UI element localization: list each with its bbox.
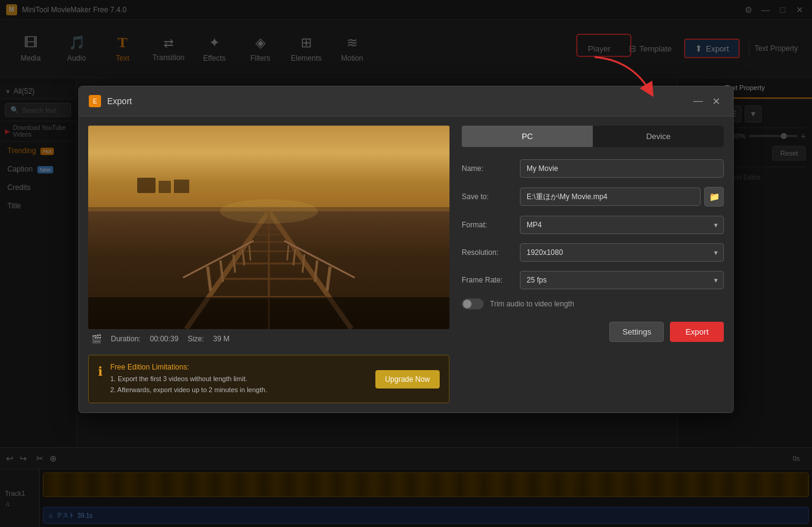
name-label: Name: bbox=[462, 164, 520, 173]
trim-audio-row: Trim audio to video length bbox=[462, 298, 724, 309]
export-dialog: E Export — ✕ bbox=[78, 86, 734, 413]
svg-line-11 bbox=[208, 267, 211, 291]
duration-value: 00:00:39 bbox=[150, 335, 179, 343]
resolution-select[interactable]: 1920x1080 1280x720 854x480 bbox=[520, 243, 724, 262]
svg-rect-23 bbox=[137, 178, 156, 193]
toggle-knob bbox=[463, 300, 472, 308]
limitations-box: ℹ Free Edition Limitations: 1. Export th… bbox=[88, 355, 449, 403]
name-input[interactable] bbox=[520, 159, 724, 178]
limitations-title: Free Edition Limitations: bbox=[110, 363, 362, 371]
save-to-input[interactable] bbox=[520, 188, 701, 206]
svg-line-16 bbox=[327, 267, 330, 291]
preview-info-bar: 🎬 Duration: 00:00:39 Size: 39 M bbox=[88, 329, 449, 349]
export-main-button[interactable]: Export bbox=[670, 322, 724, 342]
pc-tab[interactable]: PC bbox=[462, 126, 593, 147]
dialog-footer: Settings Export bbox=[462, 322, 724, 342]
dialog-preview-panel: 🎬 Duration: 00:00:39 Size: 39 M ℹ Free E… bbox=[88, 126, 449, 403]
dialog-close-btn[interactable]: ✕ bbox=[709, 94, 723, 108]
format-select-wrap: MP4 MOV AVI WMV ▼ bbox=[520, 216, 724, 234]
save-to-label: Save to: bbox=[462, 192, 520, 201]
dialog-header: E Export — ✕ bbox=[79, 86, 733, 116]
pier-svg bbox=[88, 126, 449, 329]
dialog-settings-panel: PC Device Name: Save to: 📁 Format: MP4 bbox=[462, 126, 724, 403]
settings-button[interactable]: Settings bbox=[609, 322, 664, 342]
resolution-select-wrap: 1920x1080 1280x720 854x480 ▼ bbox=[520, 243, 724, 262]
dialog-title-label: Export bbox=[107, 96, 691, 106]
limitations-text: Free Edition Limitations: 1. Export the … bbox=[110, 363, 362, 395]
svg-rect-26 bbox=[88, 297, 449, 329]
svg-point-27 bbox=[220, 199, 318, 224]
preview-image bbox=[88, 126, 449, 329]
upgrade-now-button[interactable]: Upgrade Now bbox=[375, 370, 440, 389]
resolution-label: Resolution: bbox=[462, 248, 520, 257]
trim-audio-toggle[interactable] bbox=[462, 298, 484, 309]
svg-line-15 bbox=[249, 245, 250, 260]
dialog-icon: E bbox=[89, 95, 101, 107]
resolution-row: Resolution: 1920x1080 1280x720 854x480 ▼ bbox=[462, 243, 724, 262]
svg-rect-25 bbox=[174, 180, 189, 193]
info-icon: ℹ bbox=[98, 364, 103, 379]
pc-device-tabs: PC Device bbox=[462, 126, 724, 147]
format-label: Format: bbox=[462, 221, 520, 229]
limitations-item2: 2. Afterwards, export video up to 2 minu… bbox=[110, 385, 362, 396]
name-row: Name: bbox=[462, 159, 724, 178]
format-select[interactable]: MP4 MOV AVI WMV bbox=[520, 216, 724, 234]
device-tab[interactable]: Device bbox=[593, 126, 724, 147]
limitations-item1: 1. Export the first 3 videos without len… bbox=[110, 374, 362, 385]
duration-label: Duration: bbox=[111, 335, 141, 343]
dialog-body: 🎬 Duration: 00:00:39 Size: 39 M ℹ Free E… bbox=[79, 116, 733, 412]
save-to-row: Save to: 📁 bbox=[462, 187, 724, 207]
size-value: 39 M bbox=[213, 335, 230, 343]
folder-browse-btn[interactable]: 📁 bbox=[704, 187, 724, 207]
frame-rate-select[interactable]: 25 fps 30 fps 60 fps 24 fps bbox=[520, 271, 724, 289]
film-icon: 🎬 bbox=[91, 334, 102, 344]
frame-rate-row: Frame Rate: 25 fps 30 fps 60 fps 24 fps … bbox=[462, 271, 724, 289]
frame-rate-select-wrap: 25 fps 30 fps 60 fps 24 fps ▼ bbox=[520, 271, 724, 289]
size-label: Size: bbox=[187, 335, 204, 343]
svg-rect-24 bbox=[159, 181, 171, 193]
frame-rate-label: Frame Rate: bbox=[462, 276, 520, 284]
trim-audio-label: Trim audio to video length bbox=[490, 300, 574, 308]
dialog-minimize-btn[interactable]: — bbox=[691, 94, 705, 108]
svg-line-20 bbox=[287, 245, 288, 260]
format-row: Format: MP4 MOV AVI WMV ▼ bbox=[462, 216, 724, 234]
